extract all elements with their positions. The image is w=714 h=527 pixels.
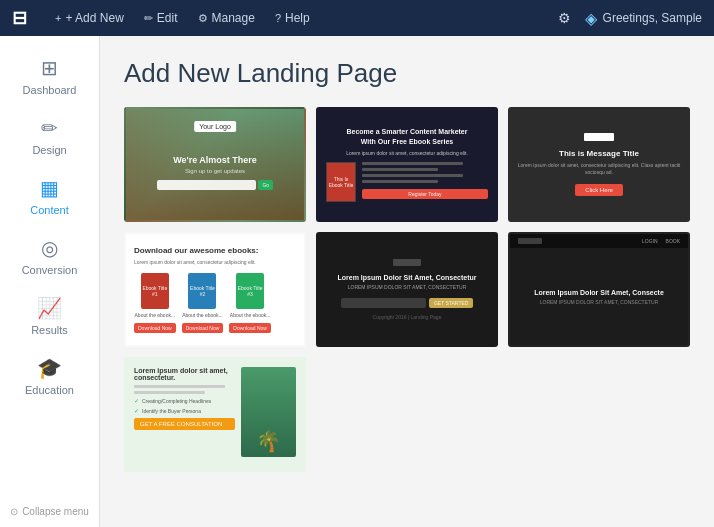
nav-edit[interactable]: ✏ Edit	[144, 11, 178, 25]
sidebar-item-results[interactable]: 📈 Results	[0, 286, 99, 346]
template-heading-1: We're Almost There	[173, 155, 257, 165]
nav-add-new[interactable]: + + Add New	[55, 11, 124, 25]
check-icon-7a: ✓	[134, 397, 139, 404]
template-title-5: Lorem Ipsum Dolor Sit Amet, Consectetur	[338, 274, 477, 281]
template-dl-btn-4c: Download Now	[229, 323, 271, 333]
logo-icon: ⊟	[12, 7, 27, 29]
template-list-item-7b: ✓ Identify the Buyer Persona	[134, 407, 235, 414]
template-card-1[interactable]: Your Logo We're Almost There Sign up to …	[124, 107, 306, 222]
template-card-6[interactable]: LOGIN BOOK Lorem Ipsum Dolor Sit Amet, C…	[508, 232, 690, 347]
nav-manage-label: Manage	[212, 11, 255, 25]
sidebar-item-content[interactable]: ▦ Content	[0, 166, 99, 226]
template-logo-5	[393, 259, 421, 266]
template-book-label-4a: About the ebook...	[135, 312, 176, 318]
sidebar-item-conversion[interactable]: ◎ Conversion	[0, 226, 99, 286]
layout: ⊞ Dashboard ✏ Design ▦ Content ◎ Convers…	[0, 36, 714, 527]
nav-help[interactable]: ? Help	[275, 11, 310, 25]
collapse-icon: ⊙	[10, 506, 18, 517]
template-nav-links-6: LOGIN BOOK	[642, 238, 680, 244]
settings-icon[interactable]: ⚙	[558, 10, 571, 26]
sidebar-label-conversion: Conversion	[22, 264, 78, 276]
nav-right: ⚙ ◈ Greetings, Sample	[558, 9, 702, 28]
template-form-5: GET STARTED	[341, 298, 474, 308]
nav-add-new-label: + Add New	[65, 11, 123, 25]
template-cover-4c: Ebook Title #3	[236, 273, 264, 309]
template-sub-2: Lorem ipsum dolor sit amet, consectetur …	[326, 150, 488, 156]
template-sub-5: LOREM IPSUM DOLOR SIT AMET, CONSECTETUR	[348, 284, 467, 290]
sidebar-label-dashboard: Dashboard	[23, 84, 77, 96]
dashboard-icon: ⊞	[41, 56, 58, 80]
template-book-label-4c: About the ebook...	[230, 312, 271, 318]
nav-edit-label: Edit	[157, 11, 178, 25]
template-input-1	[157, 180, 257, 190]
template-btn-3: Click Here	[575, 184, 623, 196]
template-item-text-7b: Identify the Buyer Persona	[142, 408, 201, 414]
add-icon: +	[55, 12, 61, 24]
template-book-4b: Ebook Title #2 About the ebook... Downlo…	[182, 273, 224, 333]
user-greeting[interactable]: ◈ Greetings, Sample	[585, 9, 702, 28]
collapse-label: Collapse menu	[22, 506, 89, 517]
template-card-7[interactable]: Lorem ipsum dolor sit amet, consectetur.…	[124, 357, 306, 472]
template-line-2c	[362, 174, 463, 177]
sidebar-item-design[interactable]: ✏ Design	[0, 106, 99, 166]
template-card-2[interactable]: Become a Smarter Content MarketerWith Ou…	[316, 107, 498, 222]
template-books-4: Ebook Title #1 About the ebook... Downlo…	[134, 273, 271, 333]
user-icon: ◈	[585, 9, 597, 28]
sidebar-label-education: Education	[25, 384, 74, 396]
template-sub-6: LOREM IPSUM DOLOR SIT AMET, CONSECTETUR	[540, 299, 659, 305]
template-nav-6: LOGIN BOOK	[510, 234, 688, 248]
template-title-6: Lorem Ipsum Dolor Sit Amet, Consecte	[534, 289, 664, 296]
manage-icon: ⚙	[198, 12, 208, 25]
tree-icon: 🌴	[256, 429, 281, 453]
template-cover-4b: Ebook Title #2	[188, 273, 216, 309]
template-dl-btn-4b: Download Now	[182, 323, 224, 333]
conversion-icon: ◎	[41, 236, 58, 260]
nav-help-label: Help	[285, 11, 310, 25]
template-footer-5: Copyright 2016 | Landing Page	[373, 314, 442, 320]
template-nav-link-6b: BOOK	[666, 238, 680, 244]
template-nav-link-6a: LOGIN	[642, 238, 658, 244]
template-heading-2: Become a Smarter Content MarketerWith Ou…	[326, 127, 488, 145]
template-form-1: Go	[157, 180, 273, 190]
template-book-title-2a: This IsEbook Title	[329, 176, 354, 188]
nav-manage[interactable]: ⚙ Manage	[198, 11, 255, 25]
collapse-menu[interactable]: ⊙ Collapse menu	[0, 496, 99, 527]
education-icon: 🎓	[37, 356, 62, 380]
template-line-2b	[362, 168, 438, 171]
template-input-5	[341, 298, 426, 308]
page-title: Add New Landing Page	[124, 58, 690, 89]
template-submit-1: Go	[258, 180, 273, 190]
template-left-7: Lorem ipsum dolor sit amet, consectetur.…	[134, 367, 235, 430]
template-logo-1: Your Logo	[194, 121, 236, 132]
template-dl-btn-4a: Download Now	[134, 323, 176, 333]
design-icon: ✏	[41, 116, 58, 140]
template-sub-4: Lorem ipsum dolor sit amet, consectetur …	[134, 259, 256, 265]
sidebar-label-results: Results	[31, 324, 68, 336]
greeting-text: Greetings, Sample	[603, 11, 702, 25]
sidebar-item-education[interactable]: 🎓 Education	[0, 346, 99, 406]
template-logo-3	[584, 133, 614, 141]
sidebar-label-design: Design	[32, 144, 66, 156]
template-card-5[interactable]: Lorem Ipsum Dolor Sit Amet, Consectetur …	[316, 232, 498, 347]
sidebar: ⊞ Dashboard ✏ Design ▦ Content ◎ Convers…	[0, 36, 100, 527]
template-img-7: 🌴	[241, 367, 296, 457]
template-title-3: This is Message Title	[559, 149, 639, 158]
template-line-2a	[362, 162, 463, 165]
template-book-4a: Ebook Title #1 About the ebook... Downlo…	[134, 273, 176, 333]
template-card-3[interactable]: This is Message Title Lorem ipsum dolor …	[508, 107, 690, 222]
template-card-4[interactable]: Download our awesome ebooks: Lorem ipsum…	[124, 232, 306, 347]
template-grid: Your Logo We're Almost There Sign up to …	[124, 107, 690, 472]
template-body-2: This IsEbook Title Register Today	[326, 162, 488, 202]
top-nav: ⊟ + + Add New ✏ Edit ⚙ Manage ? Help ⚙ ◈…	[0, 0, 714, 36]
main-content: Add New Landing Page Your Logo We're Alm…	[100, 36, 714, 527]
check-icon-7b: ✓	[134, 407, 139, 414]
template-book-label-4b: About the ebook...	[182, 312, 223, 318]
sidebar-item-dashboard[interactable]: ⊞ Dashboard	[0, 46, 99, 106]
template-text-3: Lorem ipsum dolor sit amet, consectetur …	[516, 162, 682, 176]
template-nav-logo-6	[518, 238, 542, 244]
template-list-item-7a: ✓ Creating/Completing Headlines	[134, 397, 235, 404]
template-submit-5: GET STARTED	[429, 298, 473, 308]
edit-icon: ✏	[144, 12, 153, 25]
template-item-text-7a: Creating/Completing Headlines	[142, 398, 211, 404]
template-title-4: Download our awesome ebooks:	[134, 246, 258, 255]
